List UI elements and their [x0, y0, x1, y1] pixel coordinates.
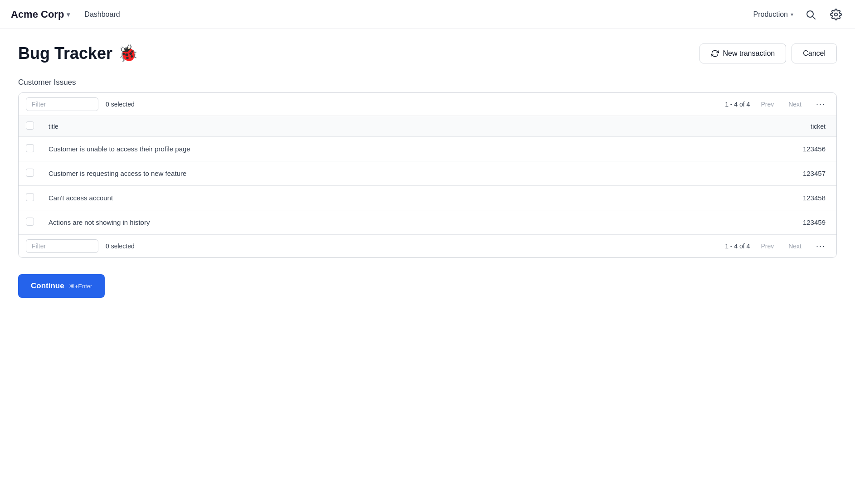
- table-row: Customer is requesting access to new fea…: [19, 161, 836, 186]
- table-body: Customer is unable to access their profi…: [19, 137, 836, 235]
- row-title-3: Actions are not showing in history: [41, 210, 672, 235]
- page-title-emoji: 🐞: [118, 44, 138, 63]
- row-ticket-2: 123458: [672, 186, 836, 210]
- svg-point-2: [835, 13, 838, 16]
- table-row: Actions are not showing in history 12345…: [19, 210, 836, 235]
- row-ticket-3: 123459: [672, 210, 836, 235]
- brand-dropdown-arrow: ▾: [67, 11, 70, 18]
- new-transaction-label: New transaction: [723, 49, 775, 58]
- main-content: Bug Tracker 🐞 New transaction Cancel Cus…: [0, 29, 855, 312]
- prev-button-top[interactable]: Prev: [757, 99, 777, 110]
- nav-dashboard-link[interactable]: Dashboard: [84, 10, 120, 19]
- row-checkbox-3[interactable]: [26, 218, 34, 226]
- issues-table-container: 0 selected 1 - 4 of 4 Prev Next ··· titl…: [18, 92, 837, 258]
- brand-name: Acme Corp: [11, 9, 64, 20]
- header-ticket-label: ticket: [811, 123, 826, 130]
- row-title-1: Customer is requesting access to new fea…: [41, 161, 672, 186]
- settings-button[interactable]: [828, 6, 844, 23]
- continue-shortcut: ⌘+Enter: [69, 283, 92, 290]
- continue-button[interactable]: Continue ⌘+Enter: [18, 274, 105, 298]
- cancel-button[interactable]: Cancel: [792, 44, 837, 63]
- search-icon: [805, 9, 816, 20]
- header-title: title: [41, 116, 672, 137]
- header-actions: New transaction Cancel: [700, 44, 837, 63]
- row-title-0: Customer is unable to access their profi…: [41, 137, 672, 161]
- row-checkbox-cell: [19, 210, 41, 235]
- environment-selector[interactable]: Production ▾: [753, 10, 794, 19]
- nav-brand[interactable]: Acme Corp ▾: [11, 9, 70, 20]
- environment-label: Production: [753, 10, 788, 19]
- environment-dropdown-arrow: ▾: [791, 11, 793, 18]
- more-options-top[interactable]: ···: [812, 98, 829, 111]
- top-nav: Acme Corp ▾ Dashboard Production ▾: [0, 0, 855, 29]
- selected-count-top: 0 selected: [106, 101, 135, 108]
- new-transaction-button[interactable]: New transaction: [700, 44, 786, 63]
- prev-button-bottom[interactable]: Prev: [757, 241, 777, 252]
- table-row: Customer is unable to access their profi…: [19, 137, 836, 161]
- header-checkbox-cell: [19, 116, 41, 137]
- row-checkbox-cell: [19, 186, 41, 210]
- table-header-row: title ticket: [19, 116, 836, 137]
- page-title: Bug Tracker 🐞: [18, 44, 138, 63]
- filter-input-bottom[interactable]: [26, 239, 98, 253]
- row-checkbox-1[interactable]: [26, 169, 34, 177]
- table-header: title ticket: [19, 116, 836, 137]
- filter-input-top[interactable]: [26, 97, 98, 111]
- gear-icon: [830, 9, 842, 20]
- more-options-bottom[interactable]: ···: [812, 240, 829, 253]
- table-row: Can't access account 123458: [19, 186, 836, 210]
- row-checkbox-cell: [19, 137, 41, 161]
- section-title: Customer Issues: [18, 78, 837, 87]
- cancel-label: Cancel: [803, 49, 826, 57]
- next-button-bottom[interactable]: Next: [785, 241, 805, 252]
- svg-line-1: [813, 16, 816, 19]
- page-title-text: Bug Tracker: [18, 44, 112, 63]
- next-button-top[interactable]: Next: [785, 99, 805, 110]
- pagination-info-top: 1 - 4 of 4: [725, 101, 750, 108]
- continue-label: Continue: [31, 281, 64, 291]
- row-ticket-1: 123457: [672, 161, 836, 186]
- row-ticket-0: 123456: [672, 137, 836, 161]
- table-toolbar-top: 0 selected 1 - 4 of 4 Prev Next ···: [19, 93, 836, 116]
- select-all-checkbox[interactable]: [26, 121, 34, 130]
- table-toolbar-bottom: 0 selected 1 - 4 of 4 Prev Next ···: [19, 234, 836, 257]
- pagination-info-bottom: 1 - 4 of 4: [725, 242, 750, 250]
- row-checkbox-2[interactable]: [26, 193, 34, 201]
- nav-right: Production ▾: [753, 6, 845, 23]
- row-checkbox-0[interactable]: [26, 144, 34, 152]
- sync-icon: [711, 49, 719, 58]
- issues-table: title ticket Customer is unable to acces…: [19, 116, 836, 234]
- selected-count-bottom: 0 selected: [106, 242, 135, 250]
- header-ticket: ticket: [672, 116, 836, 137]
- row-title-2: Can't access account: [41, 186, 672, 210]
- row-checkbox-cell: [19, 161, 41, 186]
- search-button[interactable]: [802, 6, 819, 23]
- page-header: Bug Tracker 🐞 New transaction Cancel: [18, 44, 837, 63]
- header-title-label: title: [49, 123, 58, 130]
